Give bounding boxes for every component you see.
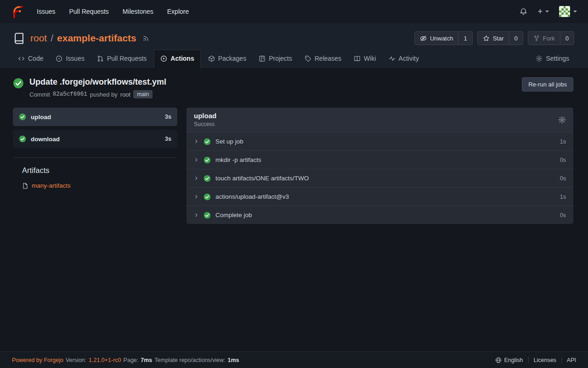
tab-projects[interactable]: Projects: [254, 50, 297, 68]
run-title: Update .forgejo/workflows/test.yml: [29, 77, 166, 87]
project-board-icon: [259, 55, 266, 62]
repo-title-row: root / example-artifacts: [13, 31, 574, 45]
unwatch-button[interactable]: Unwatch: [415, 32, 458, 45]
job-item-upload[interactable]: upload 3s: [13, 108, 177, 126]
step-row-setup-job[interactable]: Set up job 1s: [187, 132, 573, 150]
star-button[interactable]: Star: [478, 32, 509, 45]
step-name: Set up job: [215, 138, 243, 145]
nav-item-milestones[interactable]: Milestones: [123, 8, 153, 15]
step-row-touch[interactable]: touch artifacts/ONE artifacts/TWO 0s: [187, 169, 573, 187]
star-button-group: Star 0: [477, 31, 523, 45]
tab-label: Packages: [218, 55, 246, 62]
actions-run-view: Update .forgejo/workflows/test.yml Commi…: [0, 68, 588, 224]
watch-button-group: Unwatch 1: [414, 31, 473, 45]
play-circle-icon: [160, 55, 167, 62]
globe-icon: [495, 357, 502, 363]
repo-owner-link[interactable]: root: [30, 33, 47, 44]
footer-right: English Licenses API: [490, 357, 577, 363]
breadcrumb-separator: /: [51, 33, 53, 44]
tab-label: Pull Requests: [107, 55, 147, 62]
success-check-circle-icon: [19, 135, 26, 143]
star-icon: [483, 35, 490, 42]
stars-count[interactable]: 0: [509, 32, 523, 45]
artifacts-heading: Artifacts: [22, 166, 177, 175]
nav-item-pull-requests[interactable]: Pull Requests: [69, 8, 108, 15]
footer-left: Powered by Forgejo Version: 1.21.0+1-rc0…: [12, 357, 239, 363]
success-check-circle-icon: [204, 138, 211, 145]
tab-label: Settings: [546, 55, 569, 62]
pulse-icon: [389, 55, 396, 62]
book-icon: [354, 55, 361, 62]
tab-wiki[interactable]: Wiki: [349, 50, 381, 68]
fork-label: Fork: [543, 35, 555, 42]
notifications-bell-icon[interactable]: [520, 8, 527, 16]
job-duration: 3s: [165, 136, 171, 142]
user-menu[interactable]: [559, 6, 577, 17]
nav-item-issues[interactable]: Issues: [37, 8, 55, 15]
step-row-complete-job[interactable]: Complete job 0s: [187, 206, 573, 224]
watchers-count[interactable]: 1: [458, 32, 472, 45]
job-name: upload: [31, 114, 51, 121]
success-check-circle-icon: [19, 113, 26, 121]
pusher-link[interactable]: root: [120, 91, 130, 98]
rerun-all-jobs-button[interactable]: Re-run all jobs: [522, 77, 573, 92]
unwatch-label: Unwatch: [430, 35, 453, 42]
repo-action-buttons: Unwatch 1 Star 0: [414, 31, 574, 45]
forgejo-actions-page: Issues Pull Requests Milestones Explore …: [0, 0, 588, 224]
tab-label: Wiki: [364, 55, 376, 62]
tab-settings[interactable]: Settings: [531, 50, 574, 68]
chevron-down-icon: [545, 11, 549, 12]
nav-item-explore[interactable]: Explore: [167, 8, 189, 15]
commit-sha-link[interactable]: 82a5cf6961: [53, 91, 87, 98]
step-duration: 0s: [560, 157, 566, 163]
fork-icon: [533, 35, 540, 41]
tab-label: Releases: [315, 55, 341, 62]
code-icon: [18, 55, 25, 62]
step-row-mkdir[interactable]: mkdir -p artifacts 0s: [187, 150, 573, 169]
job-steps-panel: upload Success Set up job 1s: [187, 108, 573, 224]
tab-releases[interactable]: Releases: [300, 50, 346, 68]
avatar: [559, 6, 570, 17]
rss-feed-icon[interactable]: [142, 35, 149, 42]
breadcrumb: root / example-artifacts: [30, 33, 136, 44]
tab-packages[interactable]: Packages: [203, 50, 251, 68]
create-new-menu[interactable]: +: [537, 7, 549, 16]
eye-slash-icon: [420, 35, 427, 42]
step-name: actions/upload-artifact@v3: [215, 193, 289, 200]
repo-tabbar: Code Issues Pull Requests Actions: [13, 50, 574, 68]
top-navbar: Issues Pull Requests Milestones Explore …: [0, 0, 588, 23]
forks-count[interactable]: 0: [560, 32, 574, 45]
chevron-right-icon: [194, 139, 199, 144]
job-options-gear-icon[interactable]: [558, 116, 566, 124]
branch-badge[interactable]: main: [133, 90, 153, 98]
job-item-download[interactable]: download 3s: [13, 130, 177, 148]
page-time-label: Page:: [124, 357, 139, 363]
forgejo-logo-icon: [11, 5, 25, 18]
fork-button[interactable]: Fork: [528, 32, 560, 45]
licenses-link[interactable]: Licenses: [528, 357, 561, 363]
language-selector[interactable]: English: [490, 357, 528, 363]
run-body: upload 3s download 3s Artifacts man: [13, 108, 573, 224]
tab-label: Actions: [170, 55, 194, 62]
star-label: Star: [493, 35, 504, 42]
fork-button-group: Fork 0: [528, 31, 574, 45]
tab-code[interactable]: Code: [13, 50, 48, 68]
forgejo-logo[interactable]: [11, 5, 25, 18]
version-link[interactable]: 1.21.0+1-rc0: [89, 357, 121, 363]
plus-icon: +: [537, 7, 543, 16]
tab-pull-requests[interactable]: Pull Requests: [92, 50, 152, 68]
step-row-upload-artifact[interactable]: actions/upload-artifact@v3 1s: [187, 187, 573, 206]
run-header: Update .forgejo/workflows/test.yml Commi…: [13, 77, 573, 98]
step-name: touch artifacts/ONE artifacts/TWO: [215, 175, 309, 182]
tab-actions[interactable]: Actions: [154, 50, 200, 68]
tab-activity[interactable]: Activity: [384, 50, 424, 68]
tab-issues[interactable]: Issues: [51, 50, 89, 68]
template-time-value: 1ms: [228, 357, 239, 363]
step-name: Complete job: [215, 212, 252, 218]
powered-by-forgejo-link[interactable]: Powered by Forgejo: [12, 357, 63, 363]
success-check-circle-icon: [204, 212, 211, 219]
package-icon: [208, 55, 215, 62]
api-link[interactable]: API: [561, 357, 576, 363]
repo-name-link[interactable]: example-artifacts: [57, 33, 136, 44]
artifact-link-many-artifacts[interactable]: many-artifacts: [22, 182, 177, 189]
